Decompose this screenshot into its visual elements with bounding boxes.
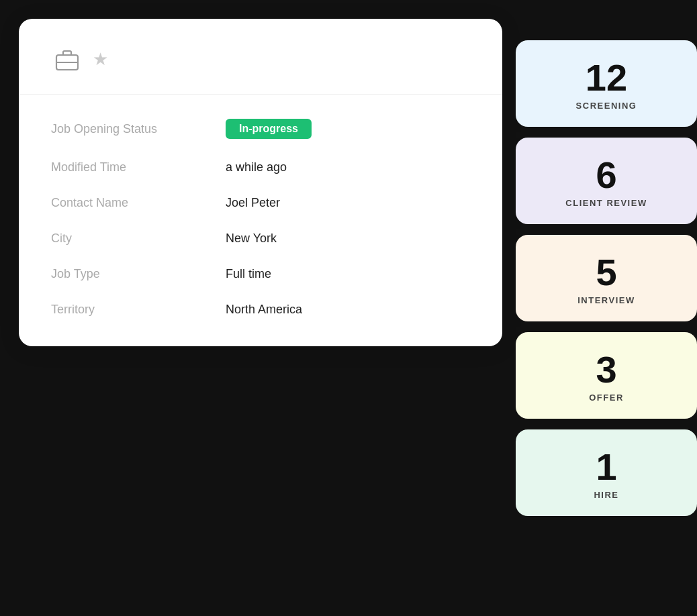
stat-label-screening: SCREENING [576,101,637,111]
field-value-0: In-progress [226,119,312,139]
stat-label-interview: INTERVIEW [577,295,635,305]
field-value-5: North America [226,303,302,317]
stat-number-hire: 1 [596,448,616,486]
stat-card-screening[interactable]: 12SCREENING [516,40,697,127]
field-row: Contact NameJoel Peter [51,196,470,210]
stat-label-offer: OFFER [589,393,624,403]
field-value-4: Full time [226,267,271,281]
stat-label-hire: HIRE [594,490,618,500]
field-label-2: Contact Name [51,196,226,210]
right-cards: 12SCREENING6CLIENT REVIEW5INTERVIEW3OFFE… [516,40,697,516]
stat-label-client-review: CLIENT REVIEW [565,198,647,208]
field-value-3: New York [226,232,277,246]
stat-card-client-review[interactable]: 6CLIENT REVIEW [516,138,697,224]
stat-number-interview: 5 [596,254,616,291]
star-icon[interactable]: ★ [93,49,108,70]
field-value-2: Joel Peter [226,196,280,210]
field-label-3: City [51,232,226,246]
field-label-1: Modified Time [51,160,226,174]
stat-card-offer[interactable]: 3OFFER [516,332,697,419]
field-value-1: a while ago [226,160,287,174]
status-badge: In-progress [226,119,312,139]
stat-number-offer: 3 [596,351,616,389]
field-row: TerritoryNorth America [51,303,470,317]
card-body: Job Opening StatusIn-progressModified Ti… [19,95,502,346]
field-label-4: Job Type [51,267,226,281]
stat-card-hire[interactable]: 1HIRE [516,429,697,516]
briefcase-icon [51,43,83,75]
field-row: Modified Timea while ago [51,160,470,174]
stat-number-screening: 12 [586,59,627,97]
card-header: ★ [19,19,502,95]
field-label-5: Territory [51,303,226,317]
stat-number-client-review: 6 [596,156,616,194]
field-row: Job Opening StatusIn-progress [51,119,470,139]
field-row: CityNew York [51,232,470,246]
stat-card-interview[interactable]: 5INTERVIEW [516,235,697,321]
field-row: Job TypeFull time [51,267,470,281]
main-card: ★ Job Opening StatusIn-progressModified … [19,19,502,346]
field-label-0: Job Opening Status [51,122,226,136]
